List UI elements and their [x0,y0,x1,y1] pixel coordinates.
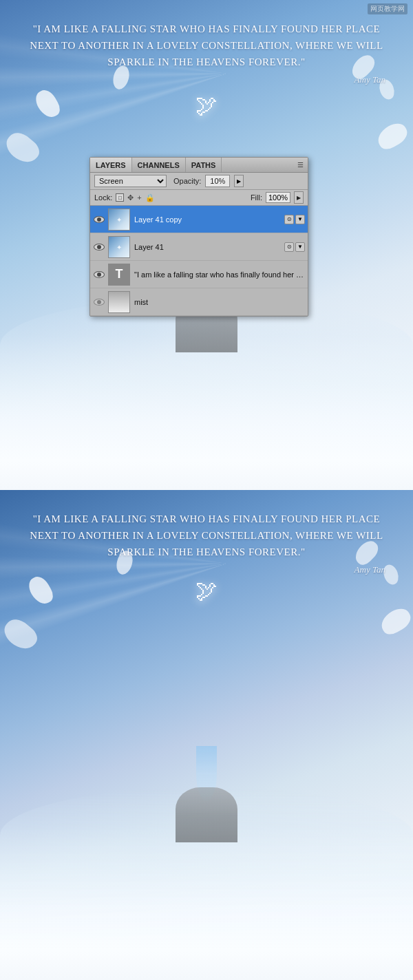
opacity-arrow[interactable]: ▶ [234,175,244,187]
blend-mode-select[interactable]: Screen [94,175,167,187]
lock-icon2[interactable]: + [137,193,141,202]
blend-opacity-row: Screen Opacity: ▶ [90,173,308,190]
tab-channels[interactable]: CHANNELS [132,158,186,172]
layer-eye-0[interactable] [93,213,105,226]
layer-name-2: "I am like a falling star who has finall… [134,270,305,279]
layer-link-0[interactable]: ⊙ [284,215,294,224]
lock-lock[interactable]: 🔒 [145,193,155,202]
layer-eye-2[interactable] [93,268,105,281]
top-panel: 🕊 "I AM LIKE A FALLING STAR WHO HAS FINA… [0,0,413,490]
quote-text: "I AM LIKE A FALLING STAR WHO HAS FINALL… [28,21,385,70]
tab-layers[interactable]: LAYERS [90,158,132,172]
fill-label: Fill: [251,193,262,202]
layer-row-3[interactable]: mist [90,288,308,316]
layer-row-2[interactable]: T "I am like a falling star who has fina… [90,261,308,288]
eye-icon-0 [94,216,105,223]
layer-name-0: Layer 41 copy [134,215,282,224]
layer-thumb-0 [108,209,130,231]
waterfall-bottom [165,718,248,842]
layer-link-1[interactable]: ⊙ [284,242,294,252]
layer-thumb-3 [108,291,130,313]
layers-menu-icon[interactable]: ☰ [293,159,308,171]
opacity-input[interactable] [205,175,230,187]
eye-icon-3 [94,299,105,306]
layers-panel-top[interactable]: LAYERS CHANNELS PATHS ☰ Screen Opacity: … [89,157,308,317]
layer-row-1[interactable]: Layer 41 ⊙ ▼ [90,233,308,261]
quote-area-bottom: "I AM LIKE A FALLING STAR WHO HAS FINALL… [0,511,413,575]
eye-icon-2 [94,271,105,278]
tab-paths[interactable]: PATHS [186,158,222,172]
quote-author-bottom: Amy Tan [28,564,385,575]
layer-arrow-1[interactable]: ▼ [295,242,305,252]
lock-icon[interactable]: □ [116,193,124,202]
quote-area: "I AM LIKE A FALLING STAR WHO HAS FINALL… [0,21,413,85]
layer-eye-3[interactable] [93,296,105,308]
layer-arrow-0[interactable]: ▼ [295,215,305,224]
layer-eye-1[interactable] [93,241,105,253]
quote-author: Amy Tan [28,74,385,85]
eye-icon-1 [94,244,105,251]
move-icon[interactable]: ✥ [127,193,134,202]
opacity-label: Opacity: [173,177,201,185]
fill-arrow[interactable]: ▶ [294,191,304,204]
quote-text-bottom: "I AM LIKE A FALLING STAR WHO HAS FINALL… [28,511,385,560]
lock-row: Lock: □ ✥ + 🔒 Fill: ▶ [90,190,308,206]
layer-name-1: Layer 41 [134,243,282,251]
waterfall-rock-b [176,787,237,842]
watermark: 网页教学网 [368,3,407,14]
layer-thumb-2: T [108,264,130,286]
layers-header: LAYERS CHANNELS PATHS ☰ [90,158,308,173]
layer-thumb-1 [108,236,130,258]
bottom-panel: 🕊 "I AM LIKE A FALLING STAR WHO HAS FINA… [0,490,413,980]
layer-row-0[interactable]: Layer 41 copy ⊙ ▼ [90,206,308,233]
layer-name-3: mist [134,298,305,306]
lock-label: Lock: [94,193,112,202]
fill-input[interactable] [266,192,290,203]
